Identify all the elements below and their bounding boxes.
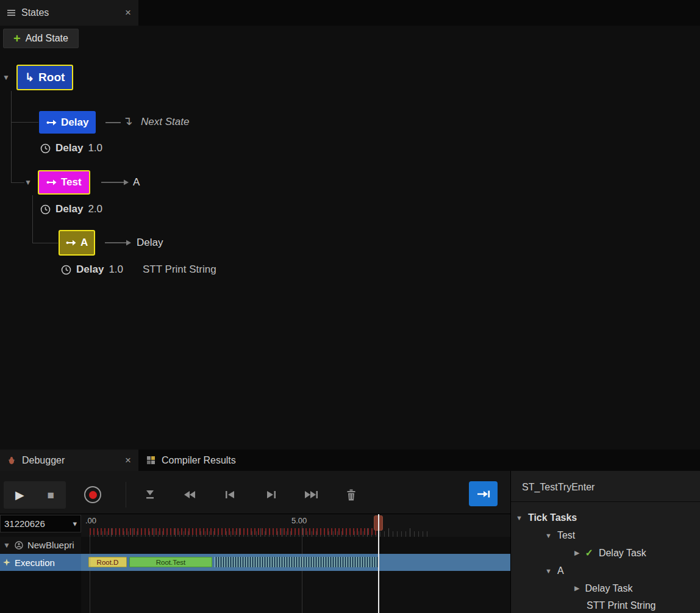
- tree-connector-line: [11, 91, 12, 182]
- task-name: Delay: [55, 142, 83, 154]
- transition-dash: [105, 122, 121, 123]
- state-label-delay: Delay: [61, 117, 88, 129]
- tree-list-icon: [7, 9, 15, 17]
- compiler-results-icon: [146, 456, 155, 465]
- rewind-button[interactable]: [178, 484, 202, 506]
- caret-down-icon[interactable]: ▼: [545, 567, 552, 575]
- task-value: 1.0: [88, 142, 102, 154]
- jump-to-current-button[interactable]: [469, 481, 498, 506]
- execution-segment-root-test[interactable]: Root.Test: [129, 557, 212, 567]
- arrow-into-bar-icon: [476, 489, 491, 499]
- trash-icon: [346, 489, 357, 501]
- tree-connector-line: [11, 182, 24, 183]
- step-back-icon: [224, 490, 237, 500]
- track-name: NewBluepri: [27, 540, 74, 550]
- state-node-a[interactable]: A: [59, 230, 95, 256]
- transition-arrow-icon: [105, 239, 132, 246]
- event-markers: [90, 528, 378, 535]
- tab-debugger[interactable]: Debugger ×: [0, 450, 138, 471]
- transition-target-label: A: [133, 176, 140, 188]
- stop-button[interactable]: ■: [48, 489, 54, 501]
- track-newblueprint[interactable]: [81, 537, 510, 553]
- session-id: 31220626: [4, 518, 45, 529]
- tab-compiler-results[interactable]: Compiler Results: [139, 450, 261, 471]
- state-label-a: A: [80, 237, 88, 249]
- state-node-root[interactable]: ↳ Root: [16, 65, 73, 90]
- close-icon[interactable]: ×: [125, 454, 131, 467]
- double-left-icon: [184, 490, 197, 500]
- caret-down-icon[interactable]: ▼: [3, 542, 10, 549]
- tab-states-label: States: [21, 7, 49, 18]
- instance-icon: [15, 541, 23, 550]
- tree-connector-line: [32, 195, 33, 243]
- state-tree-graph: [0, 26, 700, 450]
- toolbar-separator: [126, 482, 126, 507]
- fast-forward-button[interactable]: [299, 484, 323, 506]
- tree-item-label: Delay Task: [585, 583, 632, 594]
- fast-forward-icon: [304, 490, 318, 500]
- collapse-caret-test[interactable]: ▼: [24, 179, 32, 186]
- tree-item-label: Tick Tasks: [528, 512, 577, 523]
- transition-arrow-icon: [101, 179, 129, 186]
- tree-item-a[interactable]: ▼ A: [511, 562, 700, 579]
- state-label-root: Root: [38, 71, 65, 84]
- timeline-playhead[interactable]: [378, 514, 379, 613]
- state-node-test[interactable]: Test: [38, 170, 90, 195]
- transition-corner-arrow-icon: ↴: [123, 113, 133, 128]
- clock-icon: [61, 265, 71, 275]
- caret-right-icon[interactable]: ▶: [574, 584, 579, 592]
- ruler-label-mid: 5.00: [291, 516, 307, 525]
- gridline-zero: [90, 537, 90, 613]
- clock-icon: [40, 204, 51, 215]
- tree-item-stt-print-string[interactable]: STT Print String: [511, 597, 700, 613]
- playback-controls: ▶ ■: [4, 481, 66, 509]
- tab-states[interactable]: States ×: [0, 0, 138, 26]
- tree-item-tick-tasks[interactable]: ▼ Tick Tasks: [511, 509, 700, 526]
- task-name: Delay: [76, 263, 104, 276]
- timeline-body: [81, 571, 510, 613]
- task-value: 1.0: [109, 263, 123, 276]
- collapse-caret-root[interactable]: ▼: [2, 74, 10, 81]
- step-back-button[interactable]: [218, 484, 243, 506]
- ruler-label-start: .00: [85, 516, 96, 525]
- step-forward-button[interactable]: [259, 484, 283, 506]
- plus-icon: +: [13, 32, 21, 45]
- track-execution[interactable]: Root.D Root.Test: [81, 554, 510, 571]
- add-state-label: Add State: [26, 33, 68, 44]
- execution-segment-root-delay[interactable]: Root.D: [88, 557, 127, 567]
- tree-connector-line: [11, 122, 38, 123]
- step-into-icon: [144, 490, 156, 500]
- tree-item-test[interactable]: ▼ Test: [511, 526, 700, 544]
- state-enter-icon: [66, 239, 76, 246]
- session-select[interactable]: 31220626 ▾: [0, 515, 81, 532]
- gridline-five: [302, 526, 302, 613]
- state-node-delay[interactable]: Delay: [39, 111, 96, 134]
- close-icon[interactable]: ×: [125, 7, 131, 19]
- record-button[interactable]: [84, 486, 101, 503]
- task-name: Delay: [55, 203, 83, 215]
- track-label-execution[interactable]: Execution: [0, 554, 81, 571]
- tree-item-delay-task-test[interactable]: ▶ ✓ Delay Task: [511, 544, 700, 562]
- timeline-ruler[interactable]: .00 5.00: [81, 514, 510, 537]
- caret-right-icon[interactable]: ▶: [574, 549, 579, 557]
- caret-down-icon[interactable]: ▼: [545, 532, 552, 539]
- transition-target-label: Delay: [137, 237, 163, 249]
- tab-debugger-label: Debugger: [22, 455, 65, 466]
- clear-trace-button[interactable]: [339, 484, 363, 506]
- caret-down-icon[interactable]: ▼: [516, 514, 523, 522]
- state-label-test: Test: [61, 176, 82, 188]
- step-into-button[interactable]: [138, 484, 162, 506]
- next-state-label: Next State: [141, 116, 189, 128]
- debugger-bug-icon: [7, 456, 16, 465]
- task-value: 2.0: [88, 203, 102, 215]
- task-row-delay[interactable]: Delay 2.0: [40, 203, 102, 215]
- task-print-string[interactable]: STT Print String: [143, 263, 216, 276]
- task-row-delay[interactable]: Delay 1.0: [40, 142, 102, 154]
- state-enter-icon: [46, 179, 57, 186]
- play-button[interactable]: ▶: [15, 489, 24, 501]
- track-label-newblueprint[interactable]: ▼ NewBluepri: [0, 537, 81, 553]
- tree-item-delay-task-a[interactable]: ▶ Delay Task: [511, 579, 700, 597]
- add-state-button[interactable]: + Add State: [3, 29, 79, 48]
- details-title: ST_TestTryEnter: [522, 482, 595, 493]
- task-row-delay[interactable]: Delay 1.0 STT Print String: [61, 263, 216, 276]
